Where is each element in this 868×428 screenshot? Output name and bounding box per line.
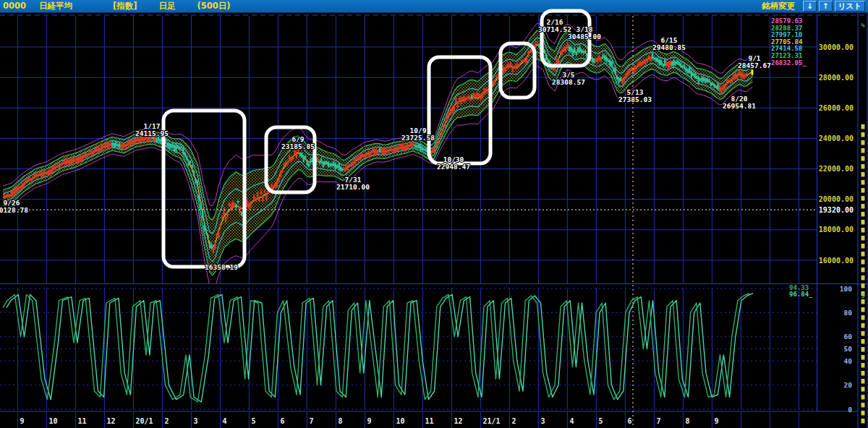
scale-slider-dash[interactable] xyxy=(861,260,865,265)
svg-text:21/1: 21/1 xyxy=(482,417,500,425)
bollinger-value-stack: 28579.6328288.3727997.1027705.8427414.58… xyxy=(771,17,807,67)
svg-text:18000.00: 18000.00 xyxy=(819,226,854,234)
svg-text:20/1: 20/1 xyxy=(135,417,153,425)
scale-slider-dash[interactable] xyxy=(861,196,865,201)
svg-text:3: 3 xyxy=(540,417,545,425)
scale-slider-dash[interactable] xyxy=(861,268,865,273)
scale-slider-dash[interactable] xyxy=(861,411,865,416)
scale-slider-dash[interactable] xyxy=(861,124,865,129)
scale-slider-dash[interactable] xyxy=(861,387,865,392)
annotation-value: 30485.00 xyxy=(568,33,601,40)
svg-text:60: 60 xyxy=(844,333,853,341)
scale-slider-dash[interactable] xyxy=(861,339,865,344)
scale-slider-dash[interactable] xyxy=(861,379,865,384)
scale-slider-dash[interactable] xyxy=(861,323,865,328)
scale-slider-dash[interactable] xyxy=(861,188,865,193)
annotation-value: 20128.78 xyxy=(0,206,28,214)
svg-text:9: 9 xyxy=(714,417,718,425)
svg-text:9: 9 xyxy=(367,417,371,425)
scale-slider-dash[interactable] xyxy=(861,395,865,400)
svg-text:9: 9 xyxy=(20,417,24,425)
svg-text:5: 5 xyxy=(598,417,603,425)
scale-slider-dash[interactable] xyxy=(861,140,865,145)
scale-slider-dash[interactable] xyxy=(861,371,865,376)
bollinger-value: 27705.84 xyxy=(771,38,803,46)
svg-text:20: 20 xyxy=(844,381,853,389)
scale-slider-dash[interactable] xyxy=(861,315,865,320)
svg-text:28000.00: 28000.00 xyxy=(819,74,854,82)
oscillator-axis-labels: 10080605040200 xyxy=(840,285,852,414)
annotation-value: 28308.57 xyxy=(552,78,585,86)
stochastic-lines xyxy=(3,294,753,402)
svg-text:2: 2 xyxy=(164,417,169,425)
scale-slider-dash[interactable] xyxy=(861,355,865,360)
bollinger-value: 27414.58 xyxy=(771,45,802,52)
svg-text:6: 6 xyxy=(627,417,631,425)
svg-text:0: 0 xyxy=(848,406,852,414)
scale-slider-dash[interactable] xyxy=(861,275,865,281)
svg-text:50: 50 xyxy=(844,345,853,353)
scale-slider-dash[interactable] xyxy=(861,228,865,233)
bollinger-value: 28288.37 xyxy=(771,25,802,32)
annotation-value: 29480.85 xyxy=(652,43,686,51)
strip-mark: % xyxy=(861,22,865,29)
annotation-value: 27385.03 xyxy=(618,95,652,103)
marker-price-label: 19320.00 xyxy=(819,206,854,214)
scale-slider-dash[interactable] xyxy=(861,212,865,217)
annotation-value: 22948.47 xyxy=(437,163,470,171)
annotation-value: 21710.00 xyxy=(336,183,370,191)
annotation-value: 30714.52 xyxy=(538,25,571,33)
bollinger-value: 26832.05_ xyxy=(771,59,807,67)
svg-text:16000.00: 16000.00 xyxy=(819,257,854,265)
strip-mark: $ xyxy=(861,292,864,299)
scale-slider-dash[interactable] xyxy=(861,148,865,153)
scale-slider-dash[interactable] xyxy=(861,347,865,352)
svg-text:12: 12 xyxy=(106,417,115,425)
svg-text:20000.00: 20000.00 xyxy=(819,195,854,203)
svg-text:5: 5 xyxy=(251,417,255,425)
annotation-value: 16358.19 xyxy=(205,263,238,271)
scale-slider-dash[interactable] xyxy=(861,419,865,424)
svg-text:8: 8 xyxy=(685,417,689,425)
svg-text:30000.00: 30000.00 xyxy=(819,43,854,51)
oscillator-value: 96.84_ xyxy=(789,291,813,298)
annotation-value: 26954.81 xyxy=(723,102,756,110)
scale-slider-dash[interactable] xyxy=(861,299,865,304)
annotation-value: 28457.67 xyxy=(738,61,771,69)
scale-slider-dash[interactable] xyxy=(861,331,865,336)
chart-application: 0000 日経平均 [指数] 日足 (500日) 銘柄変更 ↓ ↑ リスト 9/… xyxy=(0,0,868,428)
svg-text:100: 100 xyxy=(840,285,852,293)
scale-slider-dash[interactable] xyxy=(861,236,865,241)
scale-strip[interactable]: %$ xyxy=(858,13,868,428)
bollinger-value: 28579.63 xyxy=(771,17,802,25)
scale-slider-dash[interactable] xyxy=(861,132,865,137)
svg-text:22000.00: 22000.00 xyxy=(819,165,854,173)
scale-slider-dash[interactable] xyxy=(861,363,865,368)
svg-text:7: 7 xyxy=(309,417,313,425)
bollinger-value: 27997.10 xyxy=(771,31,802,38)
scale-slider-dash[interactable] xyxy=(861,204,865,209)
price-axis-labels: 30000.0028000.0026000.0024000.0022000.00… xyxy=(819,43,854,265)
svg-text:3: 3 xyxy=(193,417,197,425)
scale-slider-dash[interactable] xyxy=(861,164,865,169)
scale-slider-dash[interactable] xyxy=(861,403,865,408)
svg-text:4: 4 xyxy=(222,417,226,425)
annotation-value: 23185.85 xyxy=(281,142,315,150)
scale-slider-dash[interactable] xyxy=(861,156,865,161)
scale-slider-dash[interactable] xyxy=(861,220,865,225)
scale-slider-dash[interactable] xyxy=(861,283,865,288)
svg-text:8: 8 xyxy=(338,417,342,425)
svg-text:11: 11 xyxy=(425,417,433,425)
svg-text:10: 10 xyxy=(48,417,57,425)
svg-text:11: 11 xyxy=(77,417,86,425)
annotation-value: 24115.95 xyxy=(135,129,169,137)
scale-slider-dash[interactable] xyxy=(861,244,865,249)
svg-text:7: 7 xyxy=(656,417,660,425)
scale-slider-dash[interactable] xyxy=(861,252,865,257)
time-axis-labels: 910111220/12345678910111221/123456789 xyxy=(20,417,718,425)
svg-text:40: 40 xyxy=(844,357,853,365)
scale-slider-dash[interactable] xyxy=(861,307,865,312)
svg-text:2: 2 xyxy=(511,417,516,425)
scale-slider-dash[interactable] xyxy=(861,172,865,177)
scale-slider-dash[interactable] xyxy=(861,180,865,185)
